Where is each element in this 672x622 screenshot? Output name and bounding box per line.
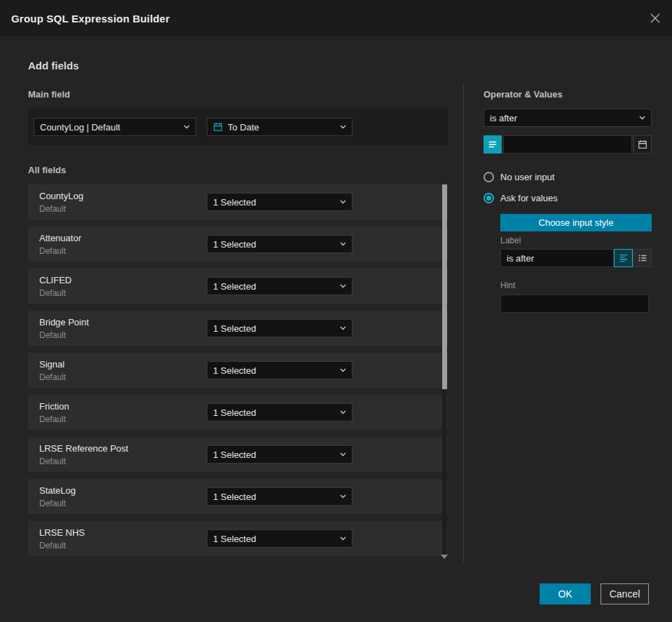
field-values-select[interactable]: 1 Selected: [207, 487, 352, 506]
field-values-select[interactable]: 1 Selected: [207, 277, 352, 295]
input-style-list-button[interactable]: [633, 249, 652, 267]
list-item: LRSE NHSDefault 1 Selected: [28, 521, 448, 556]
field-values-select[interactable]: 1 Selected: [207, 235, 352, 253]
date-picker-button[interactable]: [633, 135, 652, 154]
label-input[interactable]: [500, 249, 614, 267]
panel-divider: [463, 84, 464, 563]
main-field-select[interactable]: CountyLog | Default: [34, 118, 196, 136]
chevron-down-icon: [340, 242, 346, 246]
radio-selected-icon: [484, 193, 494, 203]
field-values-select-value: 1 Selected: [213, 534, 256, 544]
ok-button[interactable]: OK: [540, 583, 591, 604]
chevron-down-icon: [340, 494, 346, 499]
group-sql-expression-builder-dialog: Group SQL Expression Builder Add fields …: [0, 0, 672, 622]
dialog-header: Group SQL Expression Builder: [0, 0, 672, 36]
main-field-select-value: CountyLog | Default: [40, 122, 121, 133]
field-values-select-value: 1 Selected: [213, 323, 256, 334]
field-subtitle: Default: [39, 288, 71, 298]
operator-values-heading: Operator & Values: [484, 89, 563, 100]
list-lines-icon: [488, 140, 498, 149]
list-icon: [638, 253, 647, 263]
list-item: FrictionDefault 1 Selected: [28, 395, 448, 430]
field-values-select[interactable]: 1 Selected: [207, 361, 352, 379]
field-values-select[interactable]: 1 Selected: [207, 403, 352, 421]
calendar-icon: [213, 122, 223, 132]
add-fields-heading: Add fields: [28, 60, 79, 72]
field-name: Friction: [39, 401, 69, 412]
field-name: CLIFED: [39, 275, 71, 285]
chevron-down-icon: [340, 536, 346, 541]
radio-unselected-icon: [484, 172, 494, 182]
field-subtitle: Default: [39, 372, 66, 382]
field-name: Signal: [39, 359, 66, 370]
main-date-select-value: To Date: [228, 122, 259, 133]
radio-label: No user input: [500, 172, 554, 182]
hint-label: Hint: [500, 280, 515, 290]
label-label: Label: [500, 236, 521, 245]
chevron-down-icon: [340, 326, 346, 330]
chevron-down-icon: [340, 125, 346, 129]
chevron-down-icon: [340, 410, 346, 414]
align-left-icon: [619, 253, 629, 263]
field-values-select[interactable]: 1 Selected: [207, 445, 352, 464]
field-name: CountyLog: [39, 191, 83, 201]
chevron-down-icon: [340, 368, 346, 372]
chevron-down-icon: [639, 116, 645, 120]
radio-label: Ask for values: [500, 193, 558, 203]
all-fields-label: All fields: [28, 165, 66, 175]
input-style-text-button[interactable]: [614, 249, 633, 267]
calendar-icon: [638, 140, 647, 149]
chevron-down-icon: [340, 452, 346, 457]
label-row: [500, 249, 652, 267]
field-subtitle: Default: [39, 204, 83, 214]
field-name: LRSE Reference Post: [39, 443, 128, 454]
chevron-down-icon: [184, 125, 190, 129]
list-item: SignalDefault 1 Selected: [28, 353, 448, 388]
operator-select-value: is after: [490, 113, 517, 123]
field-subtitle: Default: [39, 330, 89, 340]
field-name: LRSE NHS: [39, 527, 85, 538]
choose-input-style-button[interactable]: Choose input style: [500, 214, 652, 231]
list-item: CountyLogDefault 1 Selected: [28, 184, 448, 219]
list-item: LRSE Reference PostDefault 1 Selected: [28, 437, 448, 472]
value-input[interactable]: [503, 135, 632, 154]
field-values-select-value: 1 Selected: [213, 365, 256, 376]
scrollbar-thumb[interactable]: [442, 184, 447, 389]
hint-input[interactable]: [500, 295, 649, 313]
close-icon[interactable]: [650, 13, 661, 24]
cancel-button[interactable]: Cancel: [601, 583, 649, 604]
scrollbar-down-arrow-icon[interactable]: [441, 555, 448, 559]
list-item: AttenuatorDefault 1 Selected: [28, 227, 448, 262]
field-subtitle: Default: [39, 457, 128, 466]
chevron-down-icon: [340, 284, 346, 288]
field-values-select-value: 1 Selected: [213, 281, 256, 292]
field-values-select-value: 1 Selected: [213, 407, 256, 418]
list-item: CLIFEDDefault 1 Selected: [28, 269, 448, 304]
list-item: Bridge PointDefault 1 Selected: [28, 311, 448, 346]
field-values-select[interactable]: 1 Selected: [207, 193, 352, 211]
main-field-label: Main field: [28, 89, 70, 100]
main-field-band: CountyLog | Default To Date: [28, 109, 448, 145]
radio-no-user-input[interactable]: No user input: [484, 172, 554, 182]
operator-select[interactable]: is after: [484, 109, 652, 127]
value-entry-row: [484, 135, 652, 154]
value-type-toggle-button[interactable]: [484, 135, 502, 154]
field-subtitle: Default: [39, 499, 76, 508]
main-date-select[interactable]: To Date: [207, 118, 352, 136]
field-values-select-value: 1 Selected: [213, 492, 256, 502]
list-item: StateLogDefault 1 Selected: [28, 479, 448, 514]
field-subtitle: Default: [39, 414, 69, 424]
field-values-select[interactable]: 1 Selected: [207, 319, 352, 337]
field-values-select-value: 1 Selected: [213, 239, 256, 250]
field-values-select[interactable]: 1 Selected: [207, 529, 352, 548]
field-subtitle: Default: [39, 541, 85, 550]
field-name: Attenuator: [39, 233, 81, 243]
field-subtitle: Default: [39, 246, 81, 256]
chevron-down-icon: [340, 200, 346, 204]
field-name: Bridge Point: [39, 317, 89, 327]
field-values-select-value: 1 Selected: [213, 449, 256, 460]
all-fields-list: CountyLogDefault 1 Selected AttenuatorDe…: [28, 184, 448, 556]
field-values-select-value: 1 Selected: [213, 197, 256, 208]
radio-ask-for-values[interactable]: Ask for values: [484, 193, 558, 203]
field-name: StateLog: [39, 485, 76, 496]
